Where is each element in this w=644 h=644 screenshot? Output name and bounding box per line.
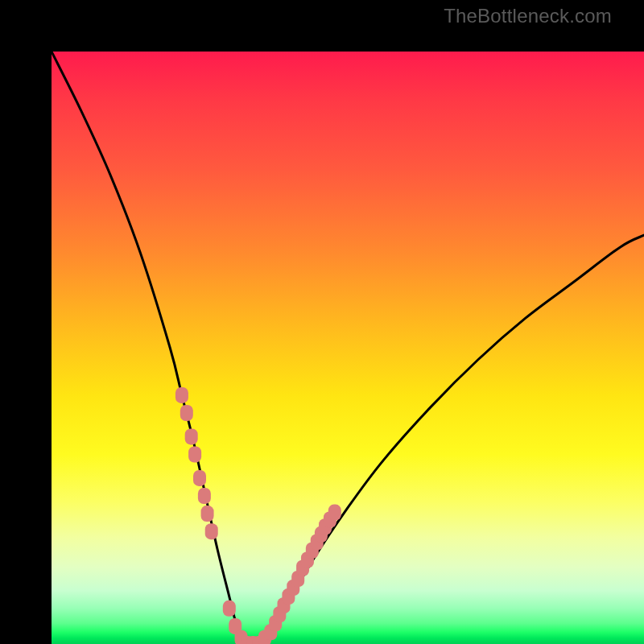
marker-point bbox=[198, 488, 211, 504]
marker-point bbox=[188, 446, 201, 462]
highlighted-points bbox=[175, 387, 341, 644]
chart-svg bbox=[52, 52, 644, 644]
watermark-text: TheBottleneck.com bbox=[444, 5, 612, 27]
marker-point bbox=[205, 523, 218, 539]
plot-area bbox=[52, 52, 644, 644]
marker-point bbox=[193, 470, 206, 486]
marker-point bbox=[185, 428, 198, 444]
chart-frame bbox=[0, 0, 644, 644]
bottleneck-curve-line bbox=[52, 52, 644, 644]
marker-point bbox=[201, 506, 214, 522]
marker-point bbox=[180, 405, 193, 421]
marker-point bbox=[175, 387, 188, 403]
marker-point bbox=[223, 601, 236, 617]
marker-point bbox=[328, 505, 341, 521]
